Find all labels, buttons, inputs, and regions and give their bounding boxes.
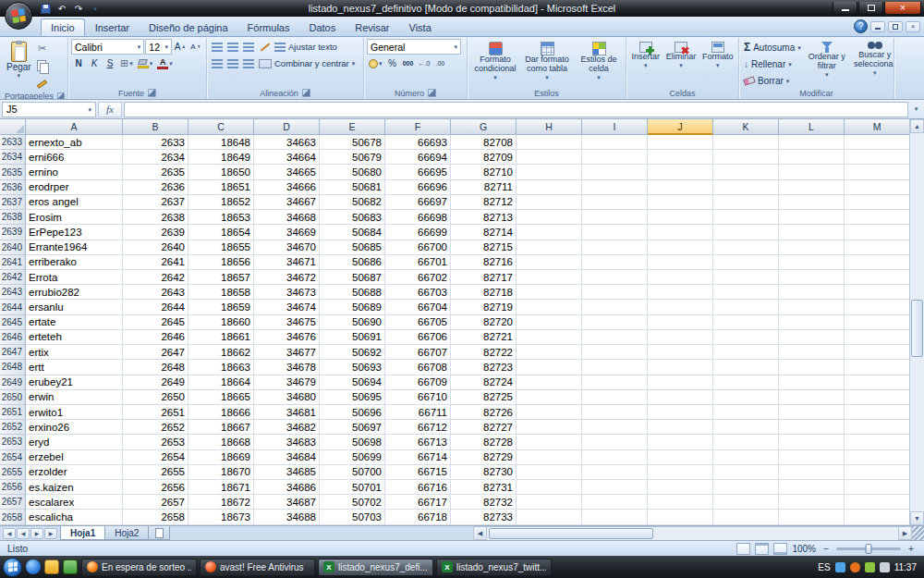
cell-G2634[interactable]: 82709 <box>451 150 517 165</box>
cell-M2633[interactable] <box>845 135 909 150</box>
row-header-2640[interactable]: 2640 <box>0 240 26 255</box>
cell-L2651[interactable] <box>779 405 845 420</box>
cell-F2648[interactable]: 66708 <box>385 360 451 375</box>
cell-M2657[interactable] <box>845 495 909 510</box>
cell-G2647[interactable]: 82722 <box>451 345 517 360</box>
cell-K2633[interactable] <box>713 135 779 150</box>
cell-H2654[interactable] <box>517 450 582 465</box>
cell-C2633[interactable]: 18648 <box>188 135 254 150</box>
cell-L2646[interactable] <box>779 330 845 345</box>
cell-I2633[interactable] <box>582 135 648 150</box>
font-name-select[interactable]: Calibri▾ <box>71 39 144 55</box>
cell-H2645[interactable] <box>517 315 582 330</box>
cell-G2642[interactable]: 82717 <box>451 270 517 285</box>
row-header-2651[interactable]: 2651 <box>0 405 26 420</box>
sort-filter-button[interactable]: Ordenar y filtrar▾ <box>805 39 849 80</box>
cell-E2653[interactable]: 50698 <box>320 435 385 449</box>
cell-G2637[interactable]: 82712 <box>451 195 517 210</box>
tab-revisar[interactable]: Revisar <box>346 18 398 36</box>
row-header-2656[interactable]: 2656 <box>0 480 26 495</box>
normal-view-button[interactable] <box>736 543 750 555</box>
column-header-B[interactable]: B <box>123 119 188 135</box>
cell-A2651[interactable]: erwito1 <box>26 405 123 420</box>
page-layout-view-button[interactable] <box>755 543 769 555</box>
cell-B2646[interactable]: 2646 <box>123 330 188 345</box>
cell-J2634[interactable] <box>648 150 713 165</box>
cell-H2658[interactable] <box>517 510 582 524</box>
zoom-out-button[interactable]: − <box>821 543 832 555</box>
cell-C2650[interactable]: 18665 <box>188 390 254 405</box>
scroll-down-button[interactable]: ▼ <box>910 511 924 525</box>
cell-C2651[interactable]: 18666 <box>188 405 254 420</box>
cell-B2642[interactable]: 2642 <box>123 270 188 285</box>
column-header-L[interactable]: L <box>779 119 845 135</box>
cell-H2638[interactable] <box>517 210 582 225</box>
fill-button[interactable]: ↓Rellenar▾ <box>742 56 803 71</box>
cell-M2635[interactable] <box>845 165 909 179</box>
cell-E2635[interactable]: 50680 <box>320 165 385 179</box>
cell-D2653[interactable]: 34683 <box>254 435 320 449</box>
cell-D2656[interactable]: 34686 <box>254 480 320 495</box>
cell-G2658[interactable]: 82733 <box>451 510 517 524</box>
cell-E2647[interactable]: 50692 <box>320 345 385 360</box>
row-header-2652[interactable]: 2652 <box>0 420 26 435</box>
cell-I2646[interactable] <box>582 330 648 345</box>
fill-color-button[interactable]: ▾ <box>136 55 155 71</box>
column-header-C[interactable]: C <box>188 119 254 135</box>
cell-B2641[interactable]: 2641 <box>123 255 188 270</box>
cell-E2634[interactable]: 50679 <box>320 150 385 165</box>
cell-L2640[interactable] <box>779 240 845 255</box>
cell-G2641[interactable]: 82716 <box>451 255 517 270</box>
italic-button[interactable]: K <box>87 55 102 71</box>
cell-L2633[interactable] <box>779 135 845 150</box>
cell-D2637[interactable]: 34667 <box>254 195 320 210</box>
cell-A2656[interactable]: es.kaizen <box>26 480 123 495</box>
cell-K2653[interactable] <box>713 435 779 449</box>
cell-L2642[interactable] <box>779 270 845 285</box>
taskbar-item[interactable]: Xlistado_nexus7_defi... <box>318 559 433 576</box>
cell-H2634[interactable] <box>517 150 582 165</box>
cell-B2651[interactable]: 2651 <box>123 405 188 420</box>
workbook-close-button[interactable]: × <box>906 21 920 32</box>
cell-F2636[interactable]: 66696 <box>385 180 451 195</box>
cell-B2635[interactable]: 2635 <box>123 165 188 179</box>
cell-B2652[interactable]: 2652 <box>123 420 188 435</box>
cell-C2656[interactable]: 18671 <box>188 480 254 495</box>
taskbar-item[interactable]: En espera de sorteo ... <box>81 559 197 576</box>
quicklaunch-icon-1[interactable] <box>26 560 41 574</box>
prev-sheet-button[interactable]: ◀ <box>17 528 30 539</box>
cell-F2646[interactable]: 66706 <box>385 330 451 345</box>
cell-J2647[interactable] <box>648 345 713 360</box>
undo-button[interactable]: ↶ <box>55 2 68 15</box>
cell-M2644[interactable] <box>845 300 909 314</box>
zoom-in-button[interactable]: + <box>906 543 917 555</box>
taskbar-item[interactable]: Xlistado_nexus7_twitt... <box>436 559 552 576</box>
horizontal-scrollbar[interactable]: ◀ ▶ <box>473 526 924 540</box>
cell-J2651[interactable] <box>648 405 713 420</box>
sheet-tab-hoja2[interactable]: Hoja2 <box>104 526 149 540</box>
cell-J2657[interactable] <box>648 495 713 510</box>
cell-G2657[interactable]: 82732 <box>451 495 517 510</box>
zoom-slider[interactable] <box>836 547 901 550</box>
cell-D2649[interactable]: 34679 <box>254 375 320 390</box>
cell-H2653[interactable] <box>517 435 582 449</box>
cell-F2641[interactable]: 66701 <box>385 255 451 270</box>
cell-G2652[interactable]: 82727 <box>451 420 517 435</box>
cell-I2656[interactable] <box>582 480 648 495</box>
cell-J2652[interactable] <box>648 420 713 435</box>
cell-D2635[interactable]: 34665 <box>254 165 320 179</box>
cell-L2639[interactable] <box>779 225 845 240</box>
clear-button[interactable]: Borrar▾ <box>742 73 803 88</box>
cell-J2650[interactable] <box>648 390 713 405</box>
cell-L2644[interactable] <box>779 300 845 314</box>
cell-D2647[interactable]: 34677 <box>254 345 320 360</box>
cell-D2644[interactable]: 34674 <box>254 300 320 314</box>
autosum-button[interactable]: ΣAutosuma▾ <box>742 40 803 55</box>
sheet-tab-hoja1[interactable]: Hoja1 <box>60 526 105 540</box>
cell-B2637[interactable]: 2637 <box>123 195 188 210</box>
horizontal-scroll-track[interactable] <box>487 526 898 540</box>
cell-C2655[interactable]: 18670 <box>188 465 254 480</box>
cell-F2640[interactable]: 66700 <box>385 240 451 255</box>
cell-E2652[interactable]: 50697 <box>320 420 385 435</box>
cell-D2652[interactable]: 34682 <box>254 420 320 435</box>
